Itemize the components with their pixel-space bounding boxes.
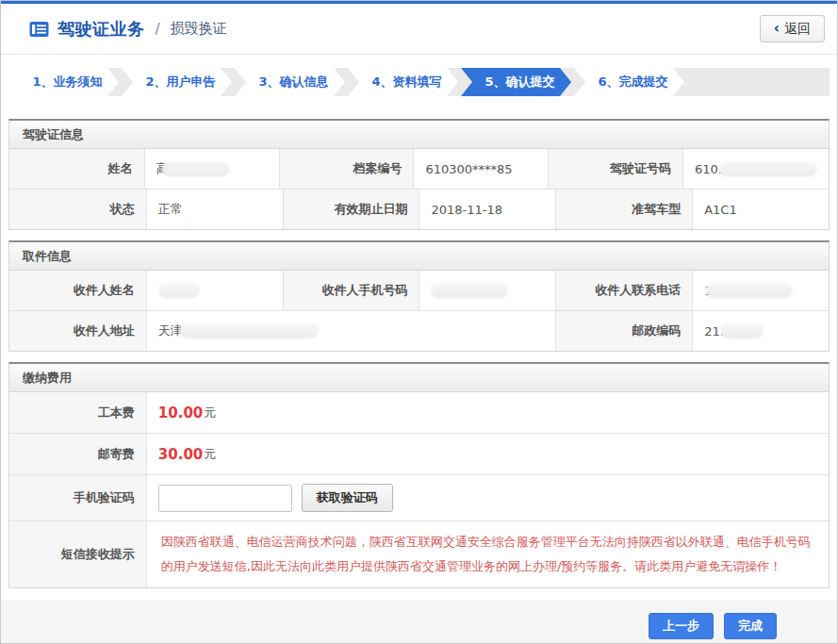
breadcrumb: 驾驶证业务 / 损毁换证 [29, 18, 227, 41]
step-tab-6[interactable]: 6、完成提交 [574, 68, 684, 96]
page: 驾驶证业务 / 损毁换证 ‹ 返回 1、业务须知 2、用户申告 3、确认信息 4… [0, 0, 838, 644]
step-tab-5-active[interactable]: 5、确认提交 [461, 68, 571, 96]
vehicle-type-label: 准驾车型 [555, 190, 692, 229]
table-row: 短信接收提示 因陕西省联通、电信运营商技术问题，陕西省互联网交通安全综合服务管理… [9, 520, 829, 587]
redaction-smudge [706, 283, 793, 298]
redaction-smudge [158, 283, 200, 298]
redaction-smudge [162, 161, 230, 176]
expiry-value: 2018-11-18 [419, 190, 555, 229]
file-no-label: 档案编号 [279, 149, 414, 189]
mail-fee-label: 邮寄费 [9, 434, 146, 474]
captcha-label: 手机验证码 [9, 475, 146, 520]
sms-notice-label: 短信接收提示 [9, 521, 146, 587]
table-row: 工本费 10.00 元 [9, 392, 829, 433]
pickup-info-title: 取件信息 [9, 242, 829, 271]
previous-step-button[interactable]: 上一步 [649, 613, 714, 639]
license-info-title: 驾驶证信息 [9, 121, 829, 149]
sms-notice-cell: 因陕西省联通、电信运营商技术问题，陕西省互联网交通安全综合服务管理平台无法向持陕… [146, 521, 829, 587]
mail-fee-value: 30.00 元 [146, 434, 829, 474]
name-value: 高 [144, 149, 279, 189]
address-value: 天津 [146, 311, 556, 351]
production-fee-value: 10.00 元 [146, 392, 829, 433]
back-button-label: 返回 [784, 21, 811, 38]
expiry-label: 有效期止日期 [283, 190, 419, 229]
finish-button[interactable]: 完成 [724, 613, 777, 639]
table-row: 状态 正常 有效期止日期 2018-11-18 准驾车型 A1C1 [9, 189, 829, 229]
recipient-mobile-value [419, 271, 555, 310]
page-title: 驾驶证业务 [58, 18, 145, 41]
step-tab-3[interactable]: 3、确认信息 [235, 68, 345, 96]
table-row: 邮寄费 30.00 元 [9, 433, 829, 474]
recipient-phone-label: 收件人联系电话 [555, 271, 692, 310]
table-row: 收件人地址 天津 邮政编码 21. [9, 310, 829, 351]
license-no-label: 驾驶证号码 [548, 149, 682, 189]
redaction-smudge [179, 323, 319, 339]
back-chevron-icon: ‹ [774, 22, 780, 36]
pickup-info-section: 取件信息 收件人姓名 收件人手机号码 收件人联系电话 1 收件人地址 天津 [8, 240, 830, 352]
status-value: 正常 [146, 190, 283, 229]
mail-fee-amount: 30.00 [158, 446, 203, 463]
sms-notice-text: 因陕西省联通、电信运营商技术问题，陕西省互联网交通安全综合服务管理平台无法向持陕… [161, 530, 814, 579]
captcha-input[interactable] [158, 485, 292, 512]
table-row: 姓名 高 档案编号 610300****85 驾驶证号码 610. [9, 149, 829, 189]
breadcrumb-separator: / [156, 21, 160, 38]
vehicle-type-value: A1C1 [692, 190, 829, 229]
redaction-smudge [720, 323, 764, 339]
fees-title: 缴纳费用 [9, 364, 829, 392]
license-info-section: 驾驶证信息 姓名 高 档案编号 610300****85 驾驶证号码 610. … [8, 119, 830, 230]
fee-unit: 元 [204, 405, 216, 421]
redaction-smudge [431, 283, 508, 298]
name-label: 姓名 [9, 149, 144, 189]
postcode-label: 邮政编码 [555, 311, 692, 351]
license-no-value: 610. [682, 149, 829, 189]
header: 驾驶证业务 / 损毁换证 ‹ 返回 [1, 4, 837, 55]
back-button[interactable]: ‹ 返回 [760, 15, 825, 42]
captcha-cell: 获取验证码 [146, 475, 829, 520]
production-fee-label: 工本费 [9, 392, 146, 433]
table-row: 手机验证码 获取验证码 [9, 474, 829, 520]
step-tab-2[interactable]: 2、用户申告 [122, 68, 232, 96]
recipient-name-label: 收件人姓名 [9, 271, 146, 310]
license-card-icon [29, 21, 49, 38]
recipient-name-value [146, 271, 283, 310]
wizard-steps-bar: 1、业务须知 2、用户申告 3、确认信息 4、资料填写 5、确认提交 6、完成提… [8, 68, 830, 96]
step-tab-1[interactable]: 1、业务须知 [8, 68, 119, 96]
footer-actions: 上一步 完成 [1, 600, 837, 644]
recipient-mobile-label: 收件人手机号码 [283, 271, 419, 310]
file-no-value: 610300****85 [413, 149, 548, 189]
page-subtitle: 损毁换证 [171, 20, 227, 38]
address-label: 收件人地址 [9, 311, 146, 351]
fee-unit: 元 [204, 446, 216, 463]
table-row: 收件人姓名 收件人手机号码 收件人联系电话 1 [9, 271, 829, 310]
postcode-value: 21. [692, 311, 829, 351]
step-tab-4[interactable]: 4、资料填写 [348, 68, 458, 96]
fees-section: 缴纳费用 工本费 10.00 元 邮寄费 30.00 元 手机验证码 获取验证码… [8, 362, 830, 588]
production-fee-amount: 10.00 [158, 405, 203, 421]
get-captcha-button[interactable]: 获取验证码 [302, 484, 393, 512]
recipient-phone-value: 1 [692, 271, 829, 310]
status-label: 状态 [9, 190, 146, 229]
redaction-smudge [719, 161, 817, 176]
